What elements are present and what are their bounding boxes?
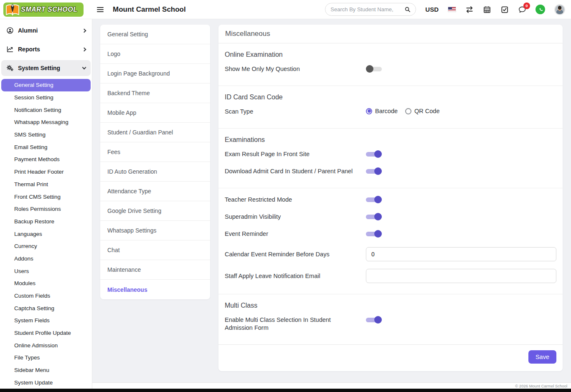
whatsapp-icon[interactable] <box>535 5 545 14</box>
sidebar-submenu-item[interactable]: System Fields <box>1 314 91 327</box>
settings-nav-item[interactable]: Backend Theme <box>100 83 210 103</box>
section-heading: ID Card Scan Code <box>225 94 556 101</box>
smart-school-logo[interactable]: SMART SCHOOL <box>3 3 84 17</box>
search-icon[interactable] <box>404 6 411 13</box>
sidebar-submenu-item[interactable]: Users <box>1 265 91 277</box>
sidebar-submenu-item[interactable]: Languages <box>1 228 91 240</box>
swap-arrows-icon[interactable] <box>465 5 474 14</box>
settings-nav-card: General Setting Logo Login Page Backgrou… <box>100 25 210 299</box>
sidebar-submenu-item[interactable]: Session Setting <box>1 91 91 104</box>
toggle-knob <box>374 316 382 324</box>
toggle-switch[interactable] <box>366 196 382 203</box>
sidebar-submenu-label: Addons <box>14 255 33 262</box>
settings-nav-item[interactable]: Fees <box>100 142 210 162</box>
page-title: Miscellaneous <box>218 25 563 43</box>
sidebar-submenu-item[interactable]: Front CMS Setting <box>1 190 91 203</box>
student-search[interactable] <box>325 3 416 16</box>
reports-icon <box>6 46 14 53</box>
sidebar-submenu-label: Roles Permissions <box>14 206 61 212</box>
calendar-icon[interactable] <box>483 5 491 14</box>
sidebar-submenu-item[interactable]: Payment Methods <box>1 153 91 166</box>
sidebar-submenu-item[interactable]: Print Header Footer <box>1 166 91 178</box>
settings-nav-item[interactable]: Student / Guardian Panel <box>100 123 210 142</box>
sidebar-submenu-item[interactable]: SMS Setting <box>1 129 91 141</box>
settings-nav-label: Backend Theme <box>107 90 150 96</box>
sidebar-submenu-item[interactable]: Student Profile Update <box>1 327 91 339</box>
chat-bubble-icon[interactable]: 0 <box>518 5 526 14</box>
sidebar-submenu-item[interactable]: Currency <box>1 240 91 253</box>
radio-option[interactable]: QR Code <box>405 108 439 114</box>
sidebar-submenu-item[interactable]: Thermal Print <box>1 178 91 191</box>
radio-label: Barcode <box>375 108 398 114</box>
chevron-down-icon <box>82 66 86 70</box>
sidebar-submenu-item[interactable]: File Types <box>1 352 91 364</box>
app-window: SMART SCHOOL Mount Carmel School USD <box>0 0 571 392</box>
sidebar-submenu-item[interactable]: Roles Permissions <box>1 203 91 215</box>
gears-icon <box>6 64 14 72</box>
sidebar-submenu-label: Print Header Footer <box>14 169 64 175</box>
sidebar-item-alumni[interactable]: Alumni <box>1 23 91 38</box>
settings-nav-item[interactable]: Logo <box>100 44 210 64</box>
sidebar-submenu-item[interactable]: Addons <box>1 253 91 265</box>
settings-nav-item[interactable]: Whatsapp Settings <box>100 221 210 240</box>
toggle-knob <box>374 230 382 238</box>
hamburger-menu-icon[interactable] <box>97 7 104 12</box>
sidebar-item-label: Reports <box>18 46 40 53</box>
sidebar-item-label: System Setting <box>18 65 60 71</box>
sidebar-submenu-item[interactable]: Backup Restore <box>1 215 91 228</box>
setting-label: Superadmin Visibility <box>225 213 366 221</box>
settings-nav-item[interactable]: Miscellaneous <box>100 280 210 299</box>
toggle-switch[interactable] <box>366 150 382 158</box>
settings-nav-item[interactable]: Attendance Type <box>100 182 210 201</box>
sidebar-submenu-item[interactable]: Whatsapp Messaging <box>1 116 91 129</box>
sidebar-submenu-item[interactable]: Online Admission <box>1 339 91 352</box>
settings-section: Multi Class Enable Multi Class Selection… <box>225 294 556 344</box>
settings-nav-item[interactable]: Chat <box>100 240 210 260</box>
settings-nav-item[interactable]: Maintenance <box>100 260 210 280</box>
logo-text: SMART SCHOOL <box>21 6 77 13</box>
save-row: Save <box>218 344 563 371</box>
us-flag-icon[interactable] <box>448 7 456 12</box>
settings-nav-item[interactable]: Mobile App <box>100 103 210 123</box>
radio-option[interactable]: Barcode <box>366 108 398 114</box>
task-check-icon[interactable] <box>500 5 509 14</box>
radio-icon <box>405 108 411 114</box>
sidebar-submenu-item[interactable]: Sidebar Menu <box>1 364 91 377</box>
setting-row: Teacher Restricted Mode <box>225 196 556 204</box>
sidebar-submenu-item[interactable]: General Setting <box>1 79 91 91</box>
sidebar-submenu-label: Thermal Print <box>14 181 48 187</box>
sidebar-item-system-setting[interactable]: System Setting <box>1 60 91 76</box>
header-actions: USD <box>325 3 565 16</box>
sidebar-submenu-item[interactable]: Modules <box>1 277 91 290</box>
toggle-switch[interactable] <box>366 213 382 220</box>
sidebar-submenu-item[interactable]: Custom Fields <box>1 290 91 302</box>
school-name-title: Mount Carmel School <box>113 5 186 14</box>
toggle-switch[interactable] <box>366 65 382 73</box>
toggle-switch[interactable] <box>366 167 382 175</box>
user-avatar[interactable] <box>554 4 565 15</box>
toggle-switch[interactable] <box>366 230 382 238</box>
settings-nav-item[interactable]: Google Drive Setting <box>100 201 210 221</box>
save-button[interactable]: Save <box>528 350 556 364</box>
sidebar-submenu-item[interactable]: Email Setting <box>1 141 91 153</box>
settings-section: Teacher Restricted Mode Superadmin Visib… <box>225 188 556 294</box>
sidebar-submenu-item[interactable]: Notification Setting <box>1 104 91 116</box>
sidebar-submenu-label: Languages <box>14 231 42 237</box>
settings-nav-item[interactable]: General Setting <box>100 25 210 44</box>
setting-input[interactable] <box>366 269 556 283</box>
settings-nav-item[interactable]: Login Page Background <box>100 64 210 83</box>
search-input[interactable] <box>330 6 404 13</box>
currency-label[interactable]: USD <box>425 6 439 13</box>
sidebar-submenu-item[interactable]: System Update <box>1 377 91 389</box>
settings-nav-label: Login Page Background <box>107 70 170 77</box>
main-sidebar: Alumni Reports <box>0 19 92 389</box>
sidebar-submenu-item[interactable]: Captcha Setting <box>1 302 91 314</box>
settings-nav-label: Logo <box>107 51 120 57</box>
toggle-switch[interactable] <box>366 316 382 324</box>
sidebar-submenu-label: Session Setting <box>14 94 53 101</box>
sidebar-item-reports[interactable]: Reports <box>1 41 91 57</box>
settings-nav-label: ID Auto Generation <box>107 168 157 175</box>
setting-input[interactable] <box>366 247 556 261</box>
sidebar-submenu-label: SMS Setting <box>14 132 46 138</box>
settings-nav-item[interactable]: ID Auto Generation <box>100 162 210 182</box>
